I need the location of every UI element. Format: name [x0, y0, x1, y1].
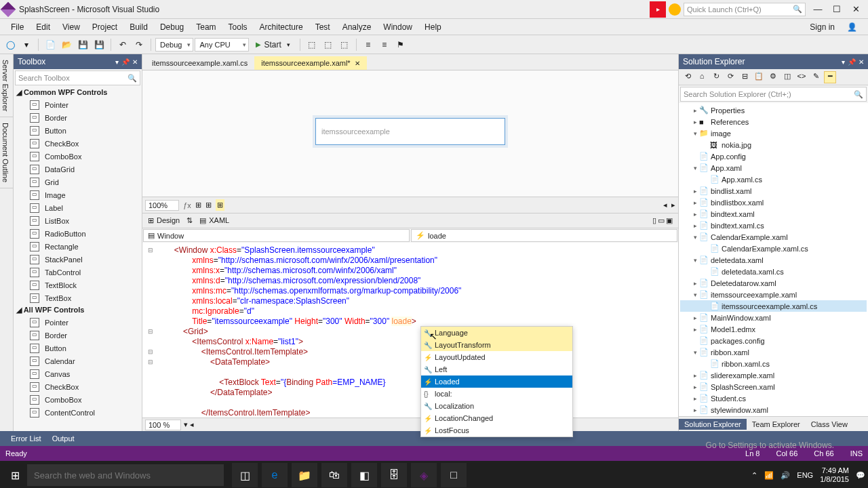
- swap-icon[interactable]: ⇅: [186, 216, 193, 225]
- sqlserver-icon[interactable]: 🗄: [381, 463, 407, 487]
- menu-window[interactable]: Window: [378, 21, 418, 33]
- menu-team[interactable]: Team: [191, 21, 221, 33]
- menu-architecture[interactable]: Architecture: [254, 21, 309, 33]
- tree-item[interactable]: ▸🔧Properties: [680, 104, 867, 116]
- tree-item[interactable]: ▸📄bindtext.xaml: [680, 208, 867, 220]
- toolbox-item-listbox[interactable]: ▭ListBox: [14, 214, 142, 227]
- vs-icon[interactable]: ◈: [411, 463, 437, 487]
- toolbox-item-calendar[interactable]: ▭Calendar: [14, 354, 142, 367]
- intellisense-item[interactable]: {}local:: [421, 388, 572, 400]
- tree-item[interactable]: ▸📄stylewindow.xaml: [680, 404, 867, 415]
- config-combo[interactable]: Debug: [155, 38, 193, 52]
- tb-misc3[interactable]: ⬚: [337, 37, 352, 52]
- collapse-icon[interactable]: ▣: [666, 216, 673, 225]
- code-zoom[interactable]: 100 %: [145, 420, 181, 430]
- toolbox-group[interactable]: ◢ Common WPF Controls: [14, 87, 142, 98]
- designer-surface[interactable]: itemssourceexample: [142, 70, 678, 197]
- tb-misc1[interactable]: ⬚: [304, 37, 319, 52]
- tree-item[interactable]: ▾📄deletedata.xaml: [680, 254, 867, 266]
- member-nav[interactable]: ⚡ loade: [411, 229, 677, 242]
- toolbox-item-stackpanel[interactable]: ▭StackPanel: [14, 253, 142, 266]
- split-v-icon[interactable]: ▭: [658, 216, 665, 225]
- close-button[interactable]: ✕: [846, 1, 865, 18]
- tree-item[interactable]: ▸📄bindtext.xaml.cs: [680, 220, 867, 231]
- lang-indicator[interactable]: ENG: [797, 471, 813, 479]
- toolbox-item-grid[interactable]: ▭Grid: [14, 176, 142, 188]
- menu-view[interactable]: View: [57, 21, 85, 33]
- edge-icon[interactable]: e: [262, 463, 288, 487]
- clock[interactable]: 7:49 AM1/8/2015: [820, 466, 849, 484]
- tree-item[interactable]: ▸📄Model1.edmx: [680, 323, 867, 335]
- tree-item[interactable]: 📄CalendarExample.xaml.cs: [680, 243, 867, 254]
- open-file-button[interactable]: 📂: [59, 37, 74, 52]
- tb-misc2[interactable]: ⬚: [321, 37, 336, 52]
- toolbox-item-border[interactable]: ▭Border: [14, 329, 142, 342]
- toolbox-item-button[interactable]: ▭Button: [14, 124, 142, 137]
- toolbox-item-checkbox[interactable]: ▭CheckBox: [14, 137, 142, 150]
- toolbox-item-button[interactable]: ▭Button: [14, 342, 142, 354]
- avatar-icon[interactable]: 👤: [842, 21, 863, 33]
- intellisense-item[interactable]: ⚡Loaded: [421, 375, 572, 388]
- tree-item[interactable]: 📄itemssourceexample.xaml.cs: [680, 300, 867, 312]
- menu-analyze[interactable]: Analyze: [337, 21, 377, 33]
- toolbox-item-checkbox[interactable]: ▭CheckBox: [14, 380, 142, 393]
- menu-help[interactable]: Help: [419, 21, 447, 33]
- solexp-tab[interactable]: Solution Explorer: [679, 419, 747, 430]
- toolbox-item-textblock[interactable]: ▭TextBlock: [14, 279, 142, 291]
- quick-launch-input[interactable]: Quick Launch (Ctrl+Q)🔍: [684, 3, 806, 16]
- toolbox-group[interactable]: ◢ All WPF Controls: [14, 304, 142, 316]
- tree-item[interactable]: ▸📄Deletedatarow.xaml: [680, 277, 867, 289]
- menu-tools[interactable]: Tools: [223, 21, 253, 33]
- xaml-tab[interactable]: ▤ XAML: [199, 216, 229, 225]
- flag-icon[interactable]: ⚑: [393, 37, 408, 52]
- properties-icon[interactable]: ⚙: [767, 71, 779, 83]
- tree-item[interactable]: ▾📄ribbon.xaml: [680, 346, 867, 358]
- toolbox-item-combobox[interactable]: ▭ComboBox: [14, 393, 142, 406]
- store-icon[interactable]: 🛍: [321, 463, 347, 487]
- solexp-search[interactable]: Search Solution Explorer (Ctrl+;)🔍: [680, 87, 867, 102]
- tree-item[interactable]: ▸📄bindlistbox.xaml: [680, 197, 867, 208]
- menu-edit[interactable]: Edit: [31, 21, 56, 33]
- side-tab-server-explorer[interactable]: Server Explorer: [0, 54, 13, 117]
- code-icon[interactable]: <>: [795, 71, 808, 83]
- forward-button[interactable]: ▾: [19, 37, 34, 52]
- tree-item[interactable]: ▾📄App.xaml: [680, 162, 867, 174]
- intellisense-item[interactable]: 🔧LayoutTransform: [421, 339, 572, 351]
- tree-item[interactable]: ▾📄itemssourceexample.xaml: [680, 289, 867, 300]
- pin-icon[interactable]: ▾: [115, 58, 119, 66]
- taskview-icon[interactable]: ◫: [232, 463, 258, 487]
- doc-tab[interactable]: itemssourceexample.xaml*✕: [254, 56, 366, 70]
- vscode-icon[interactable]: ◧: [351, 463, 377, 487]
- solexp-tab[interactable]: Class View: [806, 419, 853, 430]
- tree-item[interactable]: 📄App.config: [680, 150, 867, 162]
- menu-file[interactable]: File: [5, 21, 29, 33]
- design-icon[interactable]: ✎: [810, 71, 822, 83]
- tree-item[interactable]: 🖼nokia.jpg: [680, 139, 867, 150]
- toolbox-item-image[interactable]: ▭Image: [14, 188, 142, 201]
- intellisense-item[interactable]: ⚡LocationChanged: [421, 412, 572, 424]
- action-center-icon[interactable]: 💬: [856, 471, 865, 480]
- minimize-button[interactable]: —: [808, 1, 827, 18]
- cortana-search[interactable]: [27, 464, 224, 486]
- tree-item[interactable]: ▸📄sliderexample.xaml: [680, 369, 867, 381]
- refresh-icon[interactable]: ⟳: [724, 71, 736, 83]
- side-tab-document-outline[interactable]: Document Outline: [0, 117, 13, 188]
- solexp-tab[interactable]: Team Explorer: [747, 419, 806, 430]
- maximize-button[interactable]: ☐: [827, 1, 846, 18]
- toolbox-item-label[interactable]: ▭Label: [14, 201, 142, 214]
- feedback-icon[interactable]: [669, 3, 681, 16]
- toolbox-item-border[interactable]: ▭Border: [14, 111, 142, 124]
- undo-button[interactable]: ↶: [115, 37, 130, 52]
- tree-item[interactable]: 📄ribbon.xaml.cs: [680, 358, 867, 369]
- menu-test[interactable]: Test: [310, 21, 336, 33]
- notification-icon[interactable]: ▸: [650, 1, 666, 18]
- toolbox-item-textbox[interactable]: ▭TextBox: [14, 291, 142, 304]
- back-button[interactable]: ◯: [3, 37, 18, 52]
- tree-item[interactable]: ▸📄SplashScreen.xaml: [680, 381, 867, 392]
- design-preview-window[interactable]: itemssourceexample: [315, 118, 505, 145]
- toolbox-search[interactable]: Search Toolbox🔍: [15, 70, 140, 85]
- filter-icon[interactable]: ━: [824, 71, 836, 83]
- tree-item[interactable]: 📄App.xaml.cs: [680, 174, 867, 185]
- home-icon[interactable]: ⌂: [696, 71, 708, 83]
- toolbox-item-tabcontrol[interactable]: ▭TabControl: [14, 266, 142, 279]
